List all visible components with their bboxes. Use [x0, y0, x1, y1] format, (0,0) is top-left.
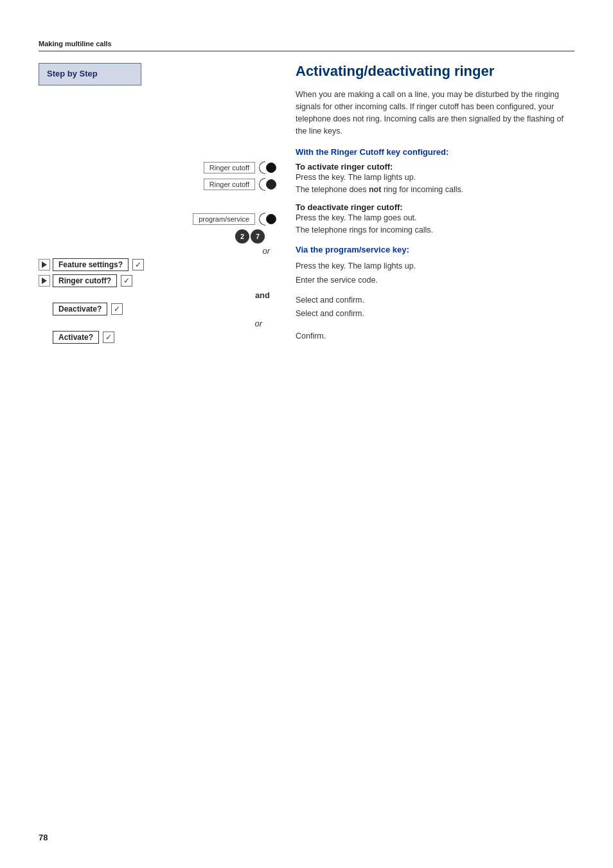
deactivate-row: Deactivate? ✓ — [39, 303, 276, 315]
steps-area: Ringer cutoff Ringer cutoff — [39, 97, 276, 347]
activate-title: To activate ringer cutoff: — [296, 162, 574, 172]
activate-block: To activate ringer cutoff: Press the key… — [296, 162, 574, 196]
feature-settings-label: Feature settings? — [53, 258, 129, 271]
activate-line2-pre: The telephone does — [296, 185, 369, 194]
lamp-key-3 — [259, 213, 276, 226]
lamp-dot-icon-2 — [266, 179, 276, 190]
program-service-row: program/service — [39, 213, 276, 226]
arrow-btn-feature — [39, 259, 50, 270]
half-circle-icon — [259, 161, 265, 174]
ringer-cutoff-row-1: Ringer cutoff — [39, 161, 276, 174]
half-circle-icon-2 — [259, 178, 265, 191]
check-box-feature: ✓ — [132, 259, 144, 270]
badge-7: 7 — [251, 229, 265, 244]
right-panel: Activating/deactivating ringer When you … — [276, 63, 574, 347]
select-confirm-2: Select and confirm. — [296, 307, 574, 321]
and-text: and — [39, 290, 276, 300]
deactivate-block: To deactivate ringer cutoff: Press the k… — [296, 202, 574, 236]
activate-line2: The telephone does not ring for incoming… — [296, 184, 574, 196]
check-box-deactivate: ✓ — [111, 303, 123, 315]
deactivate-label: Deactivate? — [53, 303, 107, 315]
lamp-key-1 — [259, 161, 276, 174]
number-badges-row: 2 7 — [39, 229, 276, 244]
select-confirm-1: Select and confirm. — [296, 294, 574, 307]
via-line2: Enter the service code. — [296, 274, 574, 287]
activate-line2-post: ring for incoming calls. — [381, 185, 463, 194]
badge-2: 2 — [235, 229, 249, 244]
left-panel: Step by Step Ringer cutoff Ringer cutoff — [39, 63, 276, 347]
lamp-dot-lit-icon — [266, 163, 276, 173]
ringer-cutoff-menu-row: Ringer cutoff? ✓ — [39, 274, 276, 287]
activate-line2-bold: not — [369, 185, 381, 194]
step-by-step-box: Step by Step — [39, 63, 141, 85]
or-text-1: or — [39, 246, 276, 256]
page: Making multiline calls Step by Step Ring… — [0, 0, 613, 868]
lamp-key-2 — [259, 178, 276, 191]
activate-row: Activate? ✓ — [39, 331, 276, 344]
ringer-cutoff-row-2: Ringer cutoff — [39, 178, 276, 191]
ringer-cutoff-label-1: Ringer cutoff — [204, 162, 255, 173]
main-content: Step by Step Ringer cutoff Ringer cutoff — [39, 63, 574, 347]
ringer-cutoff-label-2: Ringer cutoff — [204, 179, 255, 190]
via-line1: Press the key. The lamp lights up. — [296, 260, 574, 273]
header-title: Making multiline calls — [39, 40, 112, 48]
ringer-cutoff-menu-label: Ringer cutoff? — [53, 274, 117, 287]
arrow-right-icon-2 — [42, 278, 47, 284]
lamp-dot-icon-3 — [266, 214, 276, 224]
program-service-label: program/service — [193, 213, 255, 225]
confirm-text: Confirm. — [296, 330, 574, 343]
half-circle-icon-3 — [259, 213, 265, 226]
arrow-right-icon — [42, 261, 47, 268]
feature-settings-row: Feature settings? ✓ — [39, 258, 276, 271]
deactivate-title: To deactivate ringer cutoff: — [296, 202, 574, 212]
page-number: 78 — [39, 833, 48, 842]
main-heading: Activating/deactivating ringer — [296, 63, 574, 80]
intro-text: When you are making a call on a line, yo… — [296, 89, 574, 137]
activate-label: Activate? — [53, 331, 99, 344]
section1-heading: With the Ringer Cutoff key configured: — [296, 147, 574, 157]
deactivate-line2: The telephone rings for incoming calls. — [296, 224, 574, 236]
header-line: Making multiline calls — [39, 39, 574, 51]
arrow-btn-ringer — [39, 275, 50, 287]
activate-line1: Press the key. The lamp lights up. — [296, 172, 574, 184]
check-box-activate: ✓ — [103, 332, 114, 343]
check-box-ringer: ✓ — [121, 275, 132, 287]
or-text-2: or — [39, 319, 276, 328]
deactivate-line1: Press the key. The lamp goes out. — [296, 212, 574, 224]
section2-heading: Via the program/service key: — [296, 245, 574, 254]
